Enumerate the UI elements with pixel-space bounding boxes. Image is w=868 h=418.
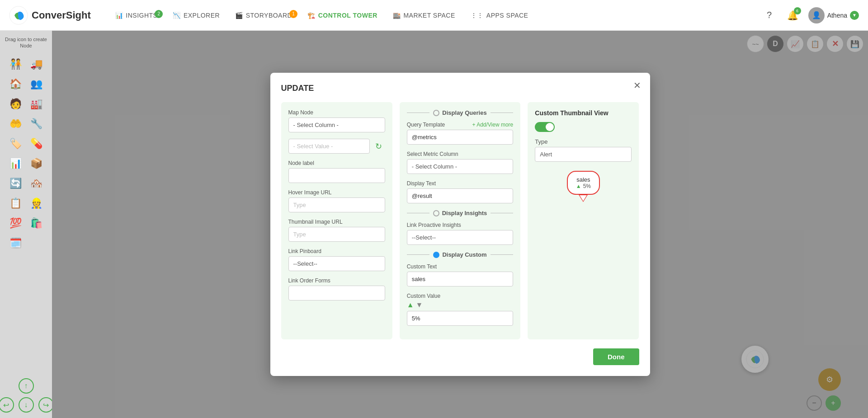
- sidebar-icon-cycle[interactable]: 🔄: [7, 175, 24, 192]
- main-area: Drag icon to create Node 🧑‍🤝‍🧑 🚚 🏠 👥 🧑 🏭…: [0, 31, 868, 418]
- thumbnail-image-input[interactable]: [288, 227, 385, 242]
- display-queries-label: Display Queries: [433, 109, 486, 116]
- refresh-button[interactable]: ↻: [373, 140, 385, 153]
- select-metric-group: Select Metric Column - Select Column -: [407, 151, 514, 174]
- sidebar-icon-truck[interactable]: 🚚: [28, 56, 45, 73]
- link-order-forms-input[interactable]: [288, 286, 385, 301]
- sidebar-icon-tools[interactable]: 🔧: [28, 115, 45, 132]
- nav-item-explorer[interactable]: 📉 EXPLORER: [166, 8, 226, 23]
- link-proactive-label: Link Proactive Insights: [407, 222, 514, 228]
- panel-left: Map Node - Select Column -: [281, 102, 392, 339]
- apps-space-icon: ⋮⋮: [471, 12, 484, 19]
- display-insights-section: Display Insights: [407, 210, 514, 216]
- back-button[interactable]: ↩: [0, 397, 14, 413]
- forward-button[interactable]: ↪: [38, 397, 52, 413]
- value-up-arrow[interactable]: ▲: [407, 301, 414, 309]
- hover-image-input[interactable]: [288, 197, 385, 212]
- avatar: 👤: [808, 7, 825, 23]
- add-view-more-link[interactable]: + Add/View more: [472, 122, 513, 128]
- map-node-select[interactable]: - Select Column -: [288, 117, 385, 132]
- sidebar-icon-worker[interactable]: 👷: [28, 195, 45, 212]
- sidebar-icon-person[interactable]: 🧑‍🤝‍🧑: [7, 56, 24, 73]
- query-template-input[interactable]: [407, 130, 514, 145]
- nav-item-market-space[interactable]: 🏬 MARKET SPACE: [387, 8, 462, 23]
- display-insights-radio[interactable]: [433, 210, 439, 216]
- nav-right: ? 🔔 6 👤 Athena ▼: [761, 7, 859, 23]
- nav-label-apps-space: APPS SPACE: [486, 12, 528, 19]
- sidebar-row-3: 🧑 🏭: [7, 95, 45, 113]
- node-label-group: Node label: [288, 160, 385, 183]
- sidebar-icon-chart[interactable]: 📊: [7, 155, 24, 172]
- thumbnail-image-group: Thumbnail Image URL: [288, 219, 385, 242]
- sidebar-icon-group[interactable]: 👥: [28, 75, 45, 93]
- type-label: Type: [535, 138, 632, 145]
- sidebar-icon-shopping[interactable]: 🛍️: [28, 215, 45, 232]
- divider-right-3: [491, 254, 514, 255]
- nav-items: 📊 INSIGHTS 2 📉 EXPLORER 🎬 STORYBOARD 1 🏗…: [109, 8, 761, 23]
- done-button[interactable]: Done: [593, 348, 639, 365]
- nav-label-explorer: EXPLORER: [184, 12, 220, 19]
- user-area[interactable]: 👤 Athena ▼: [808, 7, 859, 23]
- nav-item-storyboard[interactable]: 🎬 STORYBOARD 1: [229, 8, 298, 23]
- sidebar-icon-hand[interactable]: 🤲: [7, 115, 24, 132]
- sidebar-icon-medical[interactable]: 💊: [28, 135, 45, 152]
- sidebar-icon-empty: [28, 235, 45, 252]
- modal-close-button[interactable]: ✕: [633, 80, 641, 91]
- help-button[interactable]: ?: [761, 7, 778, 23]
- sidebar-row-10: 🗓️: [7, 235, 45, 252]
- select-metric-select[interactable]: - Select Column -: [407, 159, 514, 174]
- nav-item-insights[interactable]: 📊 INSIGHTS 2: [109, 8, 164, 23]
- value-down-arrow[interactable]: ▼: [416, 301, 423, 309]
- sidebar-icon-calendar[interactable]: 🗓️: [7, 235, 24, 252]
- link-proactive-select[interactable]: --Select--: [407, 230, 514, 245]
- map-node-select-wrapper: - Select Column -: [288, 117, 385, 132]
- sidebar-row-8: 📋 👷: [7, 195, 45, 212]
- sidebar-icon-building[interactable]: 🏘️: [28, 175, 45, 192]
- divider-right-1: [491, 113, 514, 113]
- select-value-select[interactable]: - Select Value -: [288, 139, 370, 154]
- modal-overlay: UPDATE ✕ Map Node - Select Column -: [52, 31, 868, 418]
- sidebar-row-6: 📊 📦: [7, 155, 45, 172]
- custom-value-input[interactable]: [407, 311, 514, 326]
- sidebar-icon-percent[interactable]: 💯: [7, 215, 24, 232]
- user-dropdown-icon: ▼: [850, 11, 859, 20]
- sidebar-icon-clipboard[interactable]: 📋: [7, 195, 24, 212]
- control-tower-icon: 🏗️: [307, 12, 316, 19]
- node-label-label: Node label: [288, 160, 385, 166]
- download-button[interactable]: ↓: [19, 397, 34, 413]
- bubble-text: sales: [576, 176, 591, 183]
- notifications-button[interactable]: 🔔 6: [785, 7, 801, 23]
- display-text-label: Display Text: [407, 180, 514, 187]
- modal-body: Map Node - Select Column -: [281, 102, 639, 339]
- node-label-input[interactable]: [288, 168, 385, 183]
- display-custom-radio[interactable]: [433, 252, 439, 258]
- storyboard-badge: 1: [289, 10, 297, 18]
- market-space-icon: 🏬: [393, 12, 401, 19]
- link-pinboard-label: Link Pinboard: [288, 248, 385, 254]
- sidebar-icon-user[interactable]: 🧑: [7, 95, 24, 113]
- nav-item-apps-space[interactable]: ⋮⋮ APPS SPACE: [464, 8, 535, 23]
- display-text-input[interactable]: [407, 188, 514, 203]
- logo-area[interactable]: ConverSight: [9, 6, 91, 25]
- custom-text-group: Custom Text: [407, 263, 514, 286]
- toggle-knob: [546, 123, 554, 131]
- custom-text-input[interactable]: [407, 272, 514, 286]
- upload-button[interactable]: ↑: [19, 378, 34, 394]
- sidebar-icon-home[interactable]: 🏠: [7, 75, 24, 93]
- sidebar-icon-dealer[interactable]: 🏷️: [7, 135, 24, 152]
- link-proactive-wrapper: --Select--: [407, 230, 514, 245]
- storyboard-icon: 🎬: [235, 12, 243, 19]
- bubble-tail-inner: [580, 195, 587, 201]
- link-pinboard-group: Link Pinboard --Select--: [288, 248, 385, 271]
- nav-label-storyboard: STORYBOARD: [246, 12, 292, 19]
- nav-item-control-tower[interactable]: 🏗️ CONTROL TOWER: [301, 8, 384, 23]
- thumbnail-toggle[interactable]: [535, 122, 555, 132]
- custom-text-label: Custom Text: [407, 263, 514, 270]
- sidebar-icon-box[interactable]: 📦: [28, 155, 45, 172]
- sidebar-row-9: 💯 🛍️: [7, 215, 45, 232]
- sidebar-icon-factory[interactable]: 🏭: [28, 95, 45, 113]
- link-order-forms-label: Link Order Forms: [288, 277, 385, 284]
- type-select[interactable]: Alert: [535, 147, 632, 162]
- link-pinboard-select[interactable]: --Select--: [288, 256, 385, 271]
- display-queries-radio[interactable]: [433, 110, 439, 116]
